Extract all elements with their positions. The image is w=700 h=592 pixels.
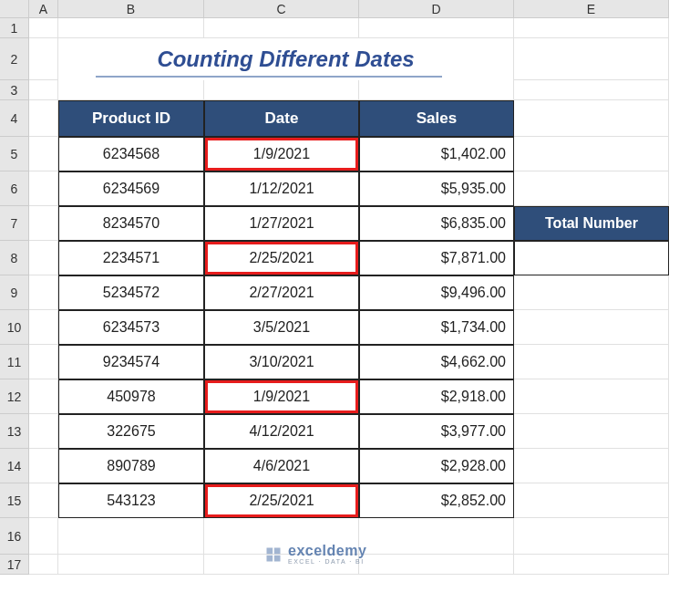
cell-A9[interactable] [29, 275, 58, 310]
col-header-A[interactable]: A [29, 0, 58, 18]
row-header-2[interactable]: 2 [0, 38, 29, 80]
cell-date[interactable]: 2/25/2021 [204, 483, 359, 518]
cell-E13[interactable] [514, 414, 669, 449]
row-header-15[interactable]: 15 [0, 483, 29, 518]
header-date[interactable]: Date [204, 100, 359, 137]
cell-B3[interactable] [58, 80, 204, 100]
row-header-6[interactable]: 6 [0, 171, 29, 206]
cell-product-id[interactable]: 450978 [58, 379, 204, 414]
cell-date[interactable]: 1/9/2021 [204, 137, 359, 171]
cell-A14[interactable] [29, 449, 58, 483]
cell-E17[interactable] [514, 555, 669, 575]
cell-A13[interactable] [29, 414, 58, 449]
cell-E1[interactable] [514, 18, 669, 38]
cell-E6[interactable] [514, 171, 669, 206]
cell-product-id[interactable]: 2234571 [58, 241, 204, 275]
cell-D3[interactable] [359, 80, 514, 100]
cell-sales[interactable]: $2,852.00 [359, 483, 514, 518]
row-header-10[interactable]: 10 [0, 310, 29, 345]
cell-A12[interactable] [29, 379, 58, 414]
cell-sales[interactable]: $2,918.00 [359, 379, 514, 414]
cell-A7[interactable] [29, 206, 58, 241]
cell-E2[interactable] [514, 38, 669, 80]
cell-sales[interactable]: $4,662.00 [359, 345, 514, 379]
cell-product-id[interactable]: 6234573 [58, 310, 204, 345]
row-header-8[interactable]: 8 [0, 241, 29, 275]
row-header-5[interactable]: 5 [0, 137, 29, 171]
cell-sales[interactable]: $9,496.00 [359, 275, 514, 310]
cell-E10[interactable] [514, 310, 669, 345]
cell-A1[interactable] [29, 18, 58, 38]
row-header-1[interactable]: 1 [0, 18, 29, 38]
cell-A16[interactable] [29, 518, 58, 555]
row-header-4[interactable]: 4 [0, 100, 29, 137]
cell-E16[interactable] [514, 518, 669, 555]
total-number-value[interactable] [514, 241, 669, 275]
cell-A8[interactable] [29, 241, 58, 275]
cell-B17[interactable] [58, 555, 204, 575]
cell-E3[interactable] [514, 80, 669, 100]
cell-E15[interactable] [514, 483, 669, 518]
page-title[interactable]: Counting Different Dates [58, 38, 514, 80]
cell-sales[interactable]: $7,871.00 [359, 241, 514, 275]
cell-product-id[interactable]: 8234570 [58, 206, 204, 241]
row-header-17[interactable]: 17 [0, 555, 29, 575]
cell-product-id[interactable]: 6234569 [58, 171, 204, 206]
cell-E11[interactable] [514, 345, 669, 379]
cell-A17[interactable] [29, 555, 58, 575]
cell-A2[interactable] [29, 38, 58, 80]
cell-C1[interactable] [204, 18, 359, 38]
col-header-C[interactable]: C [204, 0, 359, 18]
cell-A15[interactable] [29, 483, 58, 518]
row-header-16[interactable]: 16 [0, 518, 29, 555]
cell-date[interactable]: 3/5/2021 [204, 310, 359, 345]
cell-date[interactable]: 4/6/2021 [204, 449, 359, 483]
cell-date[interactable]: 1/27/2021 [204, 206, 359, 241]
cell-E5[interactable] [514, 137, 669, 171]
cell-sales[interactable]: $3,977.00 [359, 414, 514, 449]
cell-D1[interactable] [359, 18, 514, 38]
row-header-11[interactable]: 11 [0, 345, 29, 379]
cell-product-id[interactable]: 543123 [58, 483, 204, 518]
row-header-9[interactable]: 9 [0, 275, 29, 310]
cell-date[interactable]: 4/12/2021 [204, 414, 359, 449]
cell-product-id[interactable]: 322675 [58, 414, 204, 449]
cell-E4[interactable] [514, 100, 669, 137]
row-header-14[interactable]: 14 [0, 449, 29, 483]
cell-C3[interactable] [204, 80, 359, 100]
cell-D16[interactable] [359, 518, 514, 555]
row-header-13[interactable]: 13 [0, 414, 29, 449]
cell-product-id[interactable]: 890789 [58, 449, 204, 483]
header-sales[interactable]: Sales [359, 100, 514, 137]
cell-sales[interactable]: $2,928.00 [359, 449, 514, 483]
col-header-B[interactable]: B [58, 0, 204, 18]
cell-D17[interactable] [359, 555, 514, 575]
col-header-E[interactable]: E [514, 0, 669, 18]
cell-A6[interactable] [29, 171, 58, 206]
cell-E14[interactable] [514, 449, 669, 483]
cell-A11[interactable] [29, 345, 58, 379]
col-header-D[interactable]: D [359, 0, 514, 18]
cell-A3[interactable] [29, 80, 58, 100]
row-header-12[interactable]: 12 [0, 379, 29, 414]
cell-date[interactable]: 3/10/2021 [204, 345, 359, 379]
cell-sales[interactable]: $5,935.00 [359, 171, 514, 206]
cell-sales[interactable]: $1,734.00 [359, 310, 514, 345]
row-header-7[interactable]: 7 [0, 206, 29, 241]
cell-B16[interactable] [58, 518, 204, 555]
cell-A10[interactable] [29, 310, 58, 345]
cell-product-id[interactable]: 9234574 [58, 345, 204, 379]
cell-E9[interactable] [514, 275, 669, 310]
cell-A5[interactable] [29, 137, 58, 171]
header-product-id[interactable]: Product ID [58, 100, 204, 137]
cell-date[interactable]: 2/27/2021 [204, 275, 359, 310]
cell-date[interactable]: 2/25/2021 [204, 241, 359, 275]
cell-date[interactable]: 1/12/2021 [204, 171, 359, 206]
cell-product-id[interactable]: 6234568 [58, 137, 204, 171]
cell-B1[interactable] [58, 18, 204, 38]
cell-sales[interactable]: $6,835.00 [359, 206, 514, 241]
cell-date[interactable]: 1/9/2021 [204, 379, 359, 414]
total-number-header[interactable]: Total Number [514, 206, 669, 241]
cell-product-id[interactable]: 5234572 [58, 275, 204, 310]
cell-E12[interactable] [514, 379, 669, 414]
